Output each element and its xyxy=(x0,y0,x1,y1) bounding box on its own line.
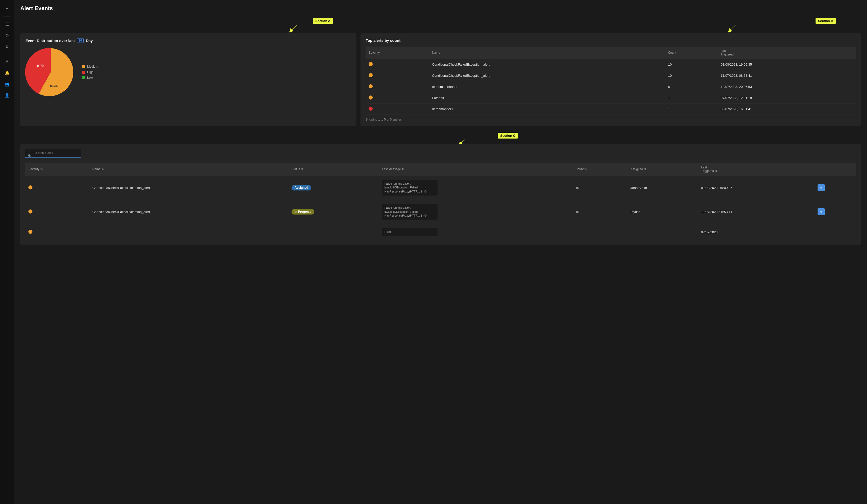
edit-button[interactable]: ✎ xyxy=(817,184,825,191)
cell-assigned: Piyush xyxy=(628,200,698,224)
legend-medium: Medium xyxy=(82,65,98,68)
cell-count: 10 xyxy=(572,176,628,200)
cell-count: 10 xyxy=(665,59,718,70)
cell-count: 6 xyxy=(665,81,718,92)
cell-edit xyxy=(814,224,856,240)
legend-label-low: Low xyxy=(87,76,93,79)
legend: Medium High Low xyxy=(82,65,98,79)
cell-last-triggered: 01/08/2023, 19:09:35 xyxy=(698,176,815,200)
table-row: Fatehbir 1 07/07/2023, 12:01:18 xyxy=(366,92,856,103)
message-box: Failed running action: java.io.IOExcepti… xyxy=(382,180,438,196)
legend-dot-medium xyxy=(82,65,85,68)
cell-severity xyxy=(25,176,89,200)
event-dist-title-prefix: Event Distribution over last xyxy=(25,39,75,43)
th-count: Count xyxy=(665,47,718,59)
event-dist-header: Event Distribution over last 30 Day xyxy=(25,38,351,43)
sidebar-icon-gear[interactable]: ⚙ xyxy=(2,31,12,40)
status-badge: In Progress xyxy=(291,209,314,215)
cell-severity xyxy=(366,81,429,92)
cell-count xyxy=(572,224,628,240)
status-badge: Assigned xyxy=(291,185,311,190)
main-th-name: Name ⇅ xyxy=(89,163,288,176)
sidebar-icon-users[interactable]: 👥 xyxy=(2,79,12,89)
th-last-triggered: LastTriggered xyxy=(718,47,856,59)
cell-severity xyxy=(25,224,89,240)
message-box: Failed running action: java.io.IOExcepti… xyxy=(382,204,438,220)
cell-edit: ✎ xyxy=(814,176,856,200)
svg-line-0 xyxy=(290,25,297,31)
table-row: demomonitor1 1 05/07/2023, 16:51:41 xyxy=(366,103,856,115)
legend-high: High xyxy=(82,70,98,74)
sidebar-icon-user[interactable]: 👤 xyxy=(2,91,12,100)
cell-name: demomonitor1 xyxy=(429,103,665,115)
pie-chart: 83.3% 16.7% xyxy=(25,47,76,98)
cell-last-triggered: 07/07/2023, 12:01:18 xyxy=(718,92,856,103)
message-box: Hello xyxy=(382,228,438,236)
main-th-status: Status ⇅ xyxy=(289,163,379,176)
annotation-b-label: Section B xyxy=(815,18,836,24)
cell-last-triggered: 11/07/2023, 08:53:41 xyxy=(718,70,856,81)
main-table-header-row: Severity ⇅ Name ⇅ Status ⇅ Last Message … xyxy=(25,163,856,176)
event-distribution-card: Event Distribution over last 30 Day 83.3… xyxy=(20,33,356,127)
main-th-last-triggered: LastTriggered ⇅ xyxy=(698,163,815,176)
search-wrapper: 🔍 xyxy=(25,149,81,163)
cell-assigned: John Smith xyxy=(628,176,698,200)
legend-dot-high xyxy=(82,71,85,74)
cell-name: ConditionalCheckFailedException_alert xyxy=(89,200,288,224)
sidebar-icon-hash[interactable]: # xyxy=(2,57,12,66)
cell-last-triggered: 01/08/2023, 19:09:35 xyxy=(718,59,856,70)
cell-severity xyxy=(25,200,89,224)
section-c-annotation-row: Section C xyxy=(20,131,861,144)
sidebar-icon-layers[interactable]: ⧉ xyxy=(2,42,12,51)
search-icon: 🔍 xyxy=(28,154,32,158)
main-th-actions xyxy=(814,163,856,176)
cell-status: In Progress xyxy=(289,200,379,224)
cell-message: Failed running action: java.io.IOExcepti… xyxy=(379,176,572,200)
cell-last-triggered: 07/07/2023 xyxy=(698,224,815,240)
table-row: test-sms-channel 6 18/07/2023, 20:06:53 xyxy=(366,81,856,92)
day-badge[interactable]: 30 xyxy=(77,38,84,43)
severity-dot xyxy=(29,209,32,213)
th-severity: Severity xyxy=(366,47,429,59)
event-dist-title-suffix: Day xyxy=(86,39,93,43)
sidebar-icon-sparkle[interactable]: ✦ xyxy=(2,4,12,13)
table-row: ConditionalCheckFailedException_alert 10… xyxy=(366,70,856,81)
th-name: Name xyxy=(429,47,665,59)
legend-low: Low xyxy=(82,76,98,79)
table-row: ConditionalCheckFailedException_alert As… xyxy=(25,176,856,200)
top-alerts-card: Top alerts by count Severity Name Count … xyxy=(361,33,861,127)
annotation-c-arrow xyxy=(457,140,472,145)
pie-svg xyxy=(25,47,76,98)
svg-line-2 xyxy=(460,140,465,144)
legend-dot-low xyxy=(82,76,85,79)
cell-count: 1 xyxy=(665,92,718,103)
main-table-tbody: ConditionalCheckFailedException_alert As… xyxy=(25,176,856,240)
main-th-assigned: Assigned ⇅ xyxy=(628,163,698,176)
page-title: Alert Events xyxy=(20,5,861,12)
cell-severity xyxy=(366,70,429,81)
cell-name: test-sms-channel xyxy=(429,81,665,92)
table-row: ConditionalCheckFailedException_alert In… xyxy=(25,200,856,224)
annotation-row: Section A Section B xyxy=(20,17,861,33)
cell-count: 1 xyxy=(665,103,718,115)
cell-last-triggered: 11/07/2023, 08:53:41 xyxy=(698,200,815,224)
annotation-b-arrow xyxy=(728,25,743,32)
edit-button[interactable]: ✎ xyxy=(817,208,825,215)
sidebar-icon-bell[interactable]: 🔔 xyxy=(2,68,12,77)
severity-dot xyxy=(368,96,373,100)
cell-count: 10 xyxy=(572,200,628,224)
table-row: Hello 07/07/2023 xyxy=(25,224,856,240)
cell-edit: ✎ xyxy=(814,200,856,224)
sidebar-icon-list[interactable]: ☰ xyxy=(2,20,12,29)
cell-name: Fatehbir xyxy=(429,92,665,103)
top-row: Event Distribution over last 30 Day 83.3… xyxy=(20,33,861,127)
sidebar-divider-2 xyxy=(3,54,11,54)
legend-label-high: High xyxy=(87,70,94,74)
search-input[interactable] xyxy=(25,149,81,157)
severity-dot xyxy=(368,84,373,88)
cell-status xyxy=(289,224,379,240)
cell-count: 10 xyxy=(665,70,718,81)
top-alerts-table: Severity Name Count LastTriggered Condit… xyxy=(366,47,856,115)
cell-message: Hello xyxy=(379,224,572,240)
cell-assigned xyxy=(628,224,698,240)
